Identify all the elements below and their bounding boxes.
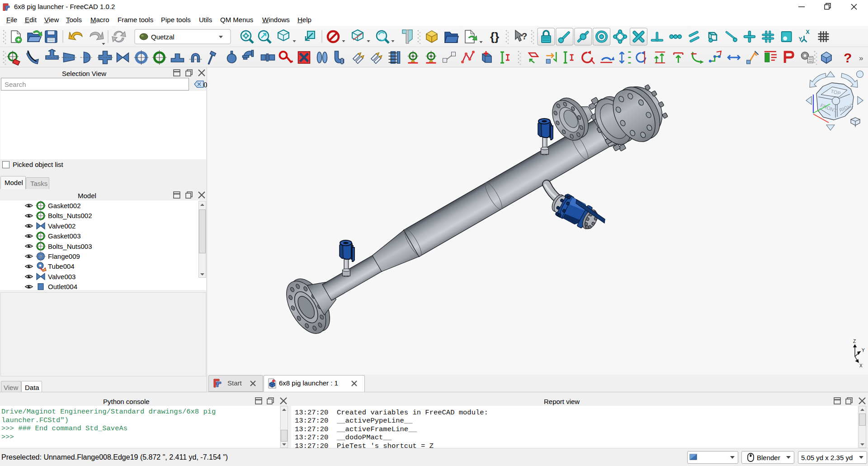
svg-text:X: X bbox=[859, 363, 863, 368]
svg-text:Quetzal: Quetzal bbox=[151, 33, 175, 41]
svg-text:?: ? bbox=[522, 31, 527, 41]
svg-text:Valve002: Valve002 bbox=[48, 222, 75, 230]
svg-text:Gasket002: Gasket002 bbox=[48, 202, 81, 209]
svg-text:Y: Y bbox=[862, 348, 865, 353]
svg-text:X: X bbox=[806, 29, 810, 35]
svg-text:»: » bbox=[859, 54, 863, 62]
svg-text:{}: {} bbox=[490, 30, 499, 43]
svg-text:Bolts_Nuts002: Bolts_Nuts002 bbox=[48, 212, 92, 219]
svg-text:Gasket003: Gasket003 bbox=[48, 232, 81, 240]
svg-text:Valve003: Valve003 bbox=[48, 273, 75, 281]
svg-text:?: ? bbox=[844, 50, 852, 65]
svg-text:0: 0 bbox=[203, 81, 207, 89]
svg-text:Flange009: Flange009 bbox=[48, 252, 80, 260]
svg-text:Outlet004: Outlet004 bbox=[48, 283, 77, 290]
svg-text:Z: Z bbox=[853, 339, 856, 344]
svg-text:Y: Y bbox=[799, 36, 802, 43]
svg-text:Bolts_Nuts003: Bolts_Nuts003 bbox=[48, 243, 92, 250]
svg-text:Tube004: Tube004 bbox=[48, 262, 75, 270]
